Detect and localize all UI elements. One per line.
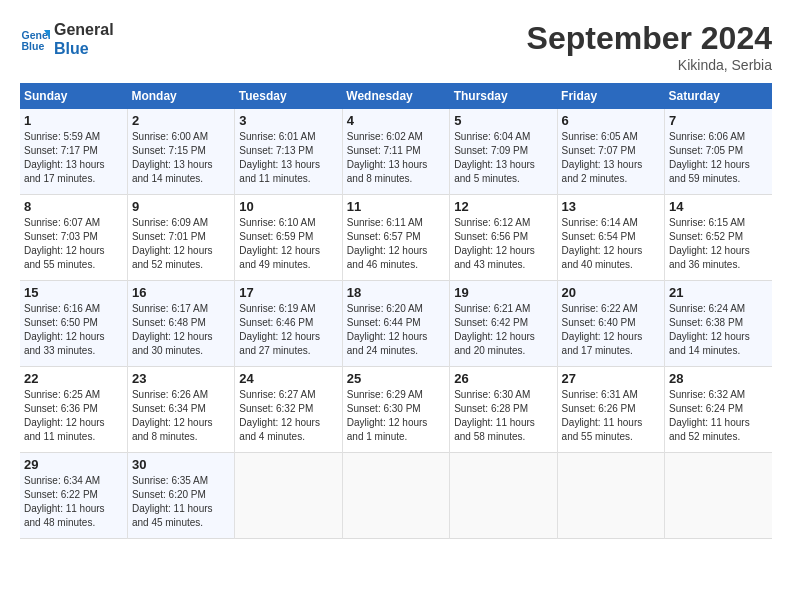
logo: General Blue General Blue: [20, 20, 114, 58]
day-cell: 17 Sunrise: 6:19 AM Sunset: 6:46 PM Dayl…: [235, 281, 342, 367]
day-info: Sunrise: 6:32 AM Sunset: 6:24 PM Dayligh…: [669, 388, 768, 444]
logo-icon: General Blue: [20, 24, 50, 54]
day-cell: 22 Sunrise: 6:25 AM Sunset: 6:36 PM Dayl…: [20, 367, 127, 453]
day-number: 21: [669, 285, 768, 300]
week-row-1: 1 Sunrise: 5:59 AM Sunset: 7:17 PM Dayli…: [20, 109, 772, 195]
day-cell: 29 Sunrise: 6:34 AM Sunset: 6:22 PM Dayl…: [20, 453, 127, 539]
day-info: Sunrise: 6:34 AM Sunset: 6:22 PM Dayligh…: [24, 474, 123, 530]
day-number: 14: [669, 199, 768, 214]
day-info: Sunrise: 6:02 AM Sunset: 7:11 PM Dayligh…: [347, 130, 445, 186]
day-number: 2: [132, 113, 230, 128]
week-row-5: 29 Sunrise: 6:34 AM Sunset: 6:22 PM Dayl…: [20, 453, 772, 539]
day-info: Sunrise: 6:16 AM Sunset: 6:50 PM Dayligh…: [24, 302, 123, 358]
day-cell: 20 Sunrise: 6:22 AM Sunset: 6:40 PM Dayl…: [557, 281, 664, 367]
day-info: Sunrise: 6:05 AM Sunset: 7:07 PM Dayligh…: [562, 130, 660, 186]
col-header-friday: Friday: [557, 83, 664, 109]
day-number: 7: [669, 113, 768, 128]
logo-general: General: [54, 20, 114, 39]
day-info: Sunrise: 6:25 AM Sunset: 6:36 PM Dayligh…: [24, 388, 123, 444]
day-number: 8: [24, 199, 123, 214]
title-area: September 2024 Kikinda, Serbia: [527, 20, 772, 73]
day-number: 1: [24, 113, 123, 128]
col-header-tuesday: Tuesday: [235, 83, 342, 109]
day-number: 13: [562, 199, 660, 214]
day-number: 29: [24, 457, 123, 472]
day-number: 25: [347, 371, 445, 386]
day-info: Sunrise: 6:27 AM Sunset: 6:32 PM Dayligh…: [239, 388, 337, 444]
day-number: 9: [132, 199, 230, 214]
day-cell: 26 Sunrise: 6:30 AM Sunset: 6:28 PM Dayl…: [450, 367, 557, 453]
month-title: September 2024: [527, 20, 772, 57]
day-info: Sunrise: 6:17 AM Sunset: 6:48 PM Dayligh…: [132, 302, 230, 358]
day-number: 19: [454, 285, 552, 300]
day-info: Sunrise: 6:20 AM Sunset: 6:44 PM Dayligh…: [347, 302, 445, 358]
day-number: 10: [239, 199, 337, 214]
day-cell: 4 Sunrise: 6:02 AM Sunset: 7:11 PM Dayli…: [342, 109, 449, 195]
day-number: 15: [24, 285, 123, 300]
day-info: Sunrise: 6:06 AM Sunset: 7:05 PM Dayligh…: [669, 130, 768, 186]
day-cell: 9 Sunrise: 6:09 AM Sunset: 7:01 PM Dayli…: [127, 195, 234, 281]
day-cell: [665, 453, 772, 539]
day-number: 4: [347, 113, 445, 128]
col-header-saturday: Saturday: [665, 83, 772, 109]
day-info: Sunrise: 6:31 AM Sunset: 6:26 PM Dayligh…: [562, 388, 660, 444]
day-number: 3: [239, 113, 337, 128]
day-info: Sunrise: 6:14 AM Sunset: 6:54 PM Dayligh…: [562, 216, 660, 272]
day-number: 12: [454, 199, 552, 214]
day-info: Sunrise: 6:00 AM Sunset: 7:15 PM Dayligh…: [132, 130, 230, 186]
day-info: Sunrise: 6:07 AM Sunset: 7:03 PM Dayligh…: [24, 216, 123, 272]
day-info: Sunrise: 6:04 AM Sunset: 7:09 PM Dayligh…: [454, 130, 552, 186]
day-info: Sunrise: 6:22 AM Sunset: 6:40 PM Dayligh…: [562, 302, 660, 358]
day-info: Sunrise: 6:30 AM Sunset: 6:28 PM Dayligh…: [454, 388, 552, 444]
day-cell: 21 Sunrise: 6:24 AM Sunset: 6:38 PM Dayl…: [665, 281, 772, 367]
day-cell: 11 Sunrise: 6:11 AM Sunset: 6:57 PM Dayl…: [342, 195, 449, 281]
day-info: Sunrise: 6:10 AM Sunset: 6:59 PM Dayligh…: [239, 216, 337, 272]
day-info: Sunrise: 6:29 AM Sunset: 6:30 PM Dayligh…: [347, 388, 445, 444]
calendar-body: 1 Sunrise: 5:59 AM Sunset: 7:17 PM Dayli…: [20, 109, 772, 539]
day-cell: 12 Sunrise: 6:12 AM Sunset: 6:56 PM Dayl…: [450, 195, 557, 281]
day-cell: [450, 453, 557, 539]
day-info: Sunrise: 6:26 AM Sunset: 6:34 PM Dayligh…: [132, 388, 230, 444]
col-header-wednesday: Wednesday: [342, 83, 449, 109]
day-cell: 2 Sunrise: 6:00 AM Sunset: 7:15 PM Dayli…: [127, 109, 234, 195]
col-header-sunday: Sunday: [20, 83, 127, 109]
svg-text:Blue: Blue: [22, 40, 45, 52]
day-cell: 19 Sunrise: 6:21 AM Sunset: 6:42 PM Dayl…: [450, 281, 557, 367]
day-info: Sunrise: 6:15 AM Sunset: 6:52 PM Dayligh…: [669, 216, 768, 272]
day-cell: [235, 453, 342, 539]
day-info: Sunrise: 6:01 AM Sunset: 7:13 PM Dayligh…: [239, 130, 337, 186]
day-number: 27: [562, 371, 660, 386]
day-cell: 6 Sunrise: 6:05 AM Sunset: 7:07 PM Dayli…: [557, 109, 664, 195]
day-cell: 25 Sunrise: 6:29 AM Sunset: 6:30 PM Dayl…: [342, 367, 449, 453]
logo-blue: Blue: [54, 39, 114, 58]
day-cell: 7 Sunrise: 6:06 AM Sunset: 7:05 PM Dayli…: [665, 109, 772, 195]
day-cell: 16 Sunrise: 6:17 AM Sunset: 6:48 PM Dayl…: [127, 281, 234, 367]
day-number: 11: [347, 199, 445, 214]
day-cell: 18 Sunrise: 6:20 AM Sunset: 6:44 PM Dayl…: [342, 281, 449, 367]
day-cell: 28 Sunrise: 6:32 AM Sunset: 6:24 PM Dayl…: [665, 367, 772, 453]
day-cell: 10 Sunrise: 6:10 AM Sunset: 6:59 PM Dayl…: [235, 195, 342, 281]
day-cell: 24 Sunrise: 6:27 AM Sunset: 6:32 PM Dayl…: [235, 367, 342, 453]
day-number: 24: [239, 371, 337, 386]
calendar-header-row: SundayMondayTuesdayWednesdayThursdayFrid…: [20, 83, 772, 109]
day-info: Sunrise: 6:21 AM Sunset: 6:42 PM Dayligh…: [454, 302, 552, 358]
day-cell: 8 Sunrise: 6:07 AM Sunset: 7:03 PM Dayli…: [20, 195, 127, 281]
location-subtitle: Kikinda, Serbia: [527, 57, 772, 73]
day-info: Sunrise: 6:24 AM Sunset: 6:38 PM Dayligh…: [669, 302, 768, 358]
day-number: 16: [132, 285, 230, 300]
day-info: Sunrise: 6:19 AM Sunset: 6:46 PM Dayligh…: [239, 302, 337, 358]
day-number: 22: [24, 371, 123, 386]
day-cell: 30 Sunrise: 6:35 AM Sunset: 6:20 PM Dayl…: [127, 453, 234, 539]
day-cell: 14 Sunrise: 6:15 AM Sunset: 6:52 PM Dayl…: [665, 195, 772, 281]
day-cell: 27 Sunrise: 6:31 AM Sunset: 6:26 PM Dayl…: [557, 367, 664, 453]
day-cell: 3 Sunrise: 6:01 AM Sunset: 7:13 PM Dayli…: [235, 109, 342, 195]
day-cell: 1 Sunrise: 5:59 AM Sunset: 7:17 PM Dayli…: [20, 109, 127, 195]
day-cell: [557, 453, 664, 539]
week-row-3: 15 Sunrise: 6:16 AM Sunset: 6:50 PM Dayl…: [20, 281, 772, 367]
day-number: 6: [562, 113, 660, 128]
day-cell: 23 Sunrise: 6:26 AM Sunset: 6:34 PM Dayl…: [127, 367, 234, 453]
col-header-monday: Monday: [127, 83, 234, 109]
day-number: 20: [562, 285, 660, 300]
day-info: Sunrise: 6:35 AM Sunset: 6:20 PM Dayligh…: [132, 474, 230, 530]
day-info: Sunrise: 6:12 AM Sunset: 6:56 PM Dayligh…: [454, 216, 552, 272]
